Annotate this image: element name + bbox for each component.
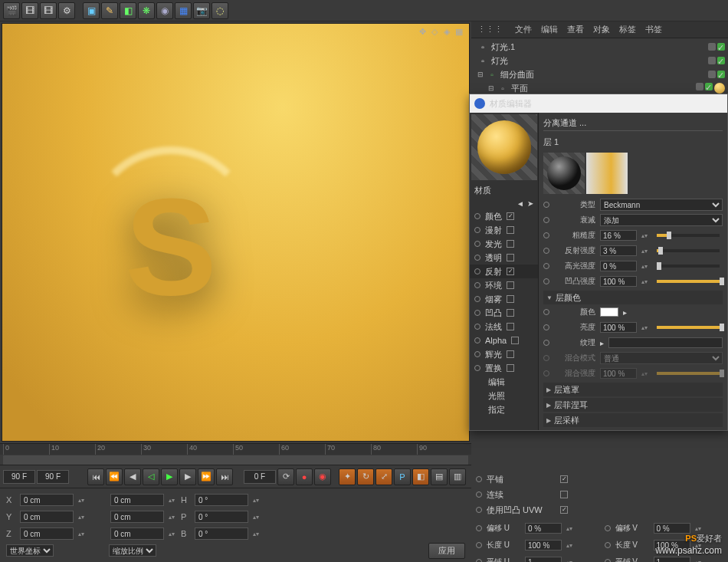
key-p-icon[interactable]: P	[394, 468, 411, 485]
tab-edit[interactable]: 编辑	[541, 24, 558, 35]
vp-move-icon[interactable]: ✥	[417, 27, 428, 38]
channel-checkbox[interactable]	[507, 240, 514, 248]
next-frame-icon[interactable]: ▶	[179, 468, 196, 485]
spinner-icon[interactable]: ▴▾	[641, 278, 649, 285]
tree-row[interactable]: ▫ 灯光.1 ✓	[474, 40, 725, 54]
expand-icon[interactable]: ⊟	[488, 84, 494, 92]
layer-name[interactable]: 层 1	[543, 136, 559, 148]
coord-space-select[interactable]: 世界坐标	[6, 544, 54, 557]
spinner-icon[interactable]: ▴▾	[78, 514, 86, 521]
collapse-row[interactable]: ▶层采样	[543, 413, 723, 427]
texture-arrow-icon[interactable]: ▸	[600, 339, 604, 347]
record-icon[interactable]: ●	[296, 468, 313, 485]
tool-cube-icon[interactable]: ▣	[83, 2, 100, 19]
tool-atom-icon[interactable]: ❋	[138, 2, 155, 19]
uvw-input[interactable]	[525, 523, 562, 534]
spinner-icon[interactable]: ▴▾	[641, 370, 649, 377]
tool-pen-icon[interactable]: ✎	[101, 2, 118, 19]
prop-select[interactable]: Beckmann	[600, 199, 723, 211]
tool-gridblue-icon[interactable]: ▦	[175, 2, 192, 19]
frame-end-input[interactable]	[37, 470, 69, 484]
layer-dot-icon[interactable]	[708, 71, 716, 78]
frame-start-input[interactable]	[3, 470, 35, 484]
prop-input[interactable]	[600, 230, 637, 241]
spinner-icon[interactable]: ▴▾	[566, 542, 574, 549]
tree-row[interactable]: ▫ 灯光 ✓	[474, 54, 725, 67]
slider[interactable]	[657, 265, 720, 268]
material-tag-icon[interactable]	[714, 83, 725, 94]
tab-object[interactable]: 对象	[593, 24, 610, 35]
channel-row[interactable]: 光照	[470, 389, 538, 403]
channel-checkbox[interactable]	[507, 350, 514, 358]
channel-row[interactable]: 颜色 ✓	[470, 209, 538, 223]
channel-row[interactable]: 指定	[470, 403, 538, 416]
play-icon[interactable]: ▶	[161, 468, 178, 485]
spinner-icon[interactable]: ▴▾	[169, 531, 176, 537]
spinner-icon[interactable]: ▴▾	[641, 263, 649, 270]
frame-cur-input[interactable]	[244, 470, 276, 484]
pos-input[interactable]	[20, 511, 74, 523]
channel-checkbox[interactable]: ✓	[507, 268, 514, 275]
slider[interactable]	[657, 280, 720, 283]
prop-select[interactable]: 添加	[600, 214, 723, 226]
slider[interactable]	[657, 326, 720, 329]
prop-input[interactable]	[600, 276, 637, 287]
collapse-row[interactable]: ▶层遮罩	[543, 383, 723, 396]
key-scale-icon[interactable]: ⤢	[375, 468, 392, 485]
spinner-icon[interactable]: ▴▾	[695, 559, 703, 563]
channel-checkbox[interactable]	[507, 281, 514, 289]
separate-channel-label[interactable]: 分离通道 ...	[543, 117, 586, 129]
tool-film-icon[interactable]: 🎬	[3, 2, 20, 19]
channel-checkbox[interactable]	[507, 226, 514, 234]
channel-row[interactable]: 漫射	[470, 223, 538, 237]
layer-dot-icon[interactable]	[708, 43, 716, 51]
rot-input[interactable]	[195, 511, 248, 523]
prop-input[interactable]	[600, 245, 637, 256]
channel-row[interactable]: 反射 ✓	[470, 265, 538, 278]
vis-dot-icon[interactable]: ✓	[717, 57, 725, 64]
channel-row[interactable]: 发光	[470, 237, 538, 251]
scene-icon[interactable]: ▤	[431, 468, 448, 485]
material-name[interactable]: 材质	[470, 182, 538, 199]
vis-dot-icon[interactable]: ✓	[717, 71, 725, 78]
size-input[interactable]	[110, 511, 164, 523]
tool-pill-icon[interactable]: ◉	[156, 2, 173, 19]
tab-view[interactable]: 查看	[567, 24, 584, 35]
channel-row[interactable]: Alpha	[470, 334, 538, 347]
prop-select[interactable]: 普通	[600, 352, 723, 364]
vis-dot-icon[interactable]: ✓	[717, 43, 725, 51]
expand-icon[interactable]: ⊟	[477, 71, 484, 78]
apply-button[interactable]: 应用	[428, 543, 465, 559]
texture-slot[interactable]	[608, 337, 723, 348]
material-preview[interactable]	[471, 114, 537, 180]
prop-input[interactable]	[600, 322, 637, 333]
size-input[interactable]	[110, 494, 164, 506]
channel-row[interactable]: 编辑	[470, 375, 538, 389]
rot-input[interactable]	[195, 527, 248, 540]
spinner-icon[interactable]: ▴▾	[253, 531, 261, 537]
key-pos-icon[interactable]: ✦	[339, 468, 356, 485]
attr-checkbox[interactable]: ✓	[560, 475, 568, 483]
channel-row[interactable]: 烟雾	[470, 292, 538, 306]
prop-input[interactable]	[600, 368, 637, 379]
slider[interactable]	[657, 234, 720, 237]
color-swatch[interactable]	[600, 307, 618, 317]
grip-icon[interactable]: ⋮⋮⋮	[477, 25, 503, 35]
viewport[interactable]: ✥ ◇ ◈ ▦ S	[2, 23, 470, 442]
collapse-row[interactable]: ▶层菲涅耳	[543, 398, 723, 412]
tab-file[interactable]: 文件	[515, 24, 532, 35]
prev-key-icon[interactable]: ⏪	[106, 468, 123, 485]
pos-input[interactable]	[20, 527, 74, 540]
attr-checkbox[interactable]	[560, 491, 568, 498]
slider[interactable]	[657, 249, 720, 252]
spinner-icon[interactable]: ▴▾	[566, 525, 574, 532]
material-editor-window[interactable]: 材质编辑器 材质 ◄ ➤ 颜色 ✓ 漫射 发光 透明 反射 ✓ 环境 烟雾 凹凸…	[469, 94, 728, 431]
channel-checkbox[interactable]	[507, 295, 514, 303]
arrow-icon[interactable]: ➤	[527, 199, 533, 208]
channel-checkbox[interactable]	[507, 309, 514, 317]
layer-color-header[interactable]: ▼层颜色	[543, 291, 723, 304]
lock-icon[interactable]: ◄	[516, 199, 524, 208]
vp-grid-icon[interactable]: ▦	[454, 27, 464, 38]
channel-checkbox[interactable]	[507, 364, 514, 372]
prop-input[interactable]	[600, 261, 637, 271]
